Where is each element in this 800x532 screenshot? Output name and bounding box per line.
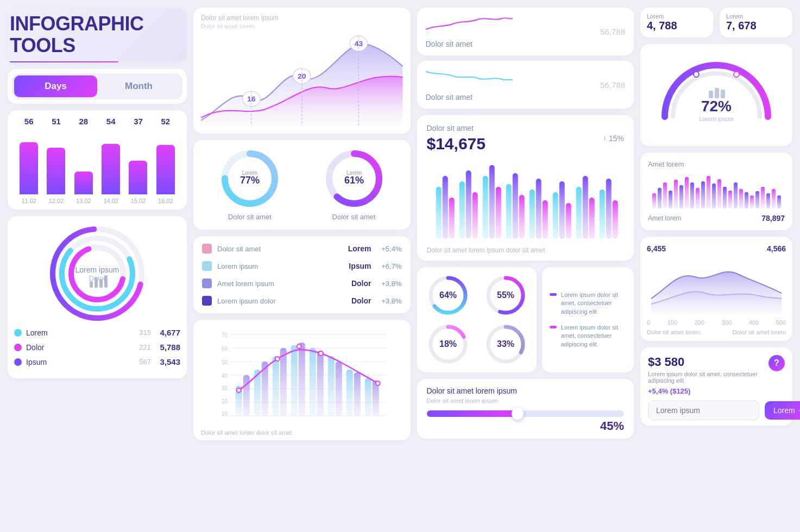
svg-rect-78 (559, 181, 564, 239)
donut-label-sub: Dolor (75, 274, 119, 282)
stats-color-3 (202, 296, 212, 306)
axis-3: 300 (722, 319, 732, 326)
svg-rect-82 (589, 198, 594, 239)
slider-thumb[interactable] (512, 408, 524, 420)
bar-3 (102, 144, 120, 195)
legend-label-1: Dolor (26, 343, 127, 352)
svg-point-61 (376, 381, 380, 385)
legend-val-1: 5,788 (155, 343, 180, 352)
svg-point-57 (237, 388, 241, 392)
svg-rect-73 (519, 195, 524, 239)
bar-num-5: 52 (155, 117, 177, 126)
circle-legend-text-0: Lorem ipsum dolor sit amet, consectetuer… (561, 291, 626, 316)
svg-rect-137 (755, 191, 759, 208)
line-card-val-0: 56,788 (600, 27, 625, 36)
lorem-input[interactable] (648, 401, 759, 420)
bar-dates-row: 11.02 12.02 13.02 14.02 15.02 16.02 (15, 198, 179, 204)
grouped-bars-svg (427, 160, 625, 241)
stats-text-1: Lorem ipsum (217, 262, 339, 270)
price-desc: Lorem ipsum dolor sit amet, consectetuer… (648, 371, 768, 384)
circle-legend-1: Lorem ipsum dolor sit amet, consectetuer… (550, 324, 626, 349)
svg-rect-50 (317, 351, 324, 416)
svg-text:18%: 18% (439, 339, 457, 349)
bar-2 (74, 172, 93, 194)
stats-row-2: Amet lorem ipsum Dolor +3,8% (202, 278, 402, 288)
pie-item-0: Lorem 77% Dolor sit amet (201, 149, 299, 221)
grouped-bars-container: Dolor sit amet lorem ipsum dolor sit ame… (427, 160, 625, 254)
legend-list: Lorem 315 4,677 Dolor 221 5,788 Ipsum 56… (14, 328, 180, 372)
legend-label-2: Ipsum (26, 358, 127, 366)
area-chart-sub: Dolor sit amet lorem (201, 23, 403, 29)
donut-label-main: Lorem ipsum (75, 265, 119, 274)
svg-point-60 (319, 351, 323, 356)
circle-stats-section: 64% 55 (417, 267, 634, 372)
bar-chart-card: 56 51 28 54 37 52 11.02 12.02 13.02 14.0… (8, 110, 187, 210)
slider-track[interactable] (427, 410, 625, 417)
stats-row-0: Dolor sit amet Lorem +5,4% (202, 244, 402, 254)
svg-rect-52 (336, 362, 342, 416)
legend-val-2: 3,543 (155, 357, 180, 366)
month-button[interactable]: Month (97, 75, 180, 97)
svg-rect-119 (658, 188, 662, 208)
price-pct: +5,4% ($125) (648, 387, 768, 395)
stats-row-1: Lorem ipsum Ipsum +6,7% (202, 261, 402, 271)
svg-rect-74 (529, 189, 534, 239)
stats-text-3: Lorem ipsum dolor (217, 297, 339, 305)
gauge-card: 72% Lorem ipsum (640, 44, 792, 146)
top-stat-val-1: 7, 678 (726, 20, 786, 32)
price-card: $3 580 Lorem ipsum dolor sit amet, conse… (640, 347, 792, 426)
svg-rect-125 (690, 182, 694, 208)
pie-charts-row: Lorem 77% Dolor sit amet (201, 149, 403, 221)
slider-card: Dolor sit amet lorem ipsum Dolor sit ame… (417, 379, 634, 439)
top-stat-0: Lorem 4, 788 (640, 8, 713, 37)
svg-point-59 (297, 344, 301, 349)
svg-rect-127 (701, 181, 705, 208)
bar-num-1: 51 (45, 117, 67, 126)
axis-0: 0 (647, 319, 650, 326)
grouped-bars-label: Dolor sit amet lorem ipsum dolor sit ame… (427, 246, 625, 254)
svg-rect-65 (459, 181, 464, 239)
bar-0 (20, 142, 38, 194)
bar-num-3: 54 (100, 117, 122, 126)
legend-dot-2 (14, 358, 22, 366)
svg-text:61%: 61% (344, 175, 364, 186)
svg-rect-128 (707, 176, 710, 208)
svg-rect-76 (542, 200, 547, 239)
top-stat-label-1: Lorem (726, 13, 786, 20)
svg-rect-83 (599, 189, 604, 239)
svg-rect-64 (449, 198, 454, 239)
svg-rect-6 (90, 281, 93, 288)
circle-legend-bar-0 (550, 293, 556, 296)
svg-rect-67 (472, 192, 477, 239)
svg-rect-121 (669, 191, 672, 208)
stats-color-0 (202, 244, 212, 254)
svg-rect-113 (709, 91, 713, 98)
circle-legend-text-1: Lorem ipsum dolor sit amet, consectetuer… (561, 324, 626, 349)
legend-val-0: 4,677 (155, 328, 180, 337)
bar-5 (156, 145, 175, 194)
svg-text:64%: 64% (439, 290, 457, 300)
circle-stat-1: 55% (480, 274, 531, 317)
stats-color-1 (202, 261, 212, 271)
svg-text:33%: 33% (497, 339, 514, 349)
gauge-svg: 72% Lorem ipsum (654, 52, 779, 138)
stats-name-0: Lorem (344, 244, 371, 253)
lorem-button[interactable]: Lorem → (765, 401, 800, 420)
area-num-0: 6,455 (647, 244, 666, 253)
svg-text:77%: 77% (240, 175, 260, 186)
svg-text:Lorem ipsum: Lorem ipsum (699, 116, 734, 122)
axis-5: 500 (776, 319, 786, 326)
bar-line-footer: Dolor sit amet lorem dolor sit amet (201, 429, 403, 436)
axis-1: 100 (667, 319, 677, 326)
question-button[interactable]: ? (768, 355, 785, 371)
pie-label-1: Dolor sit amet (332, 213, 376, 221)
line-card-val-1: 56,788 (600, 80, 625, 90)
bar-1 (47, 148, 65, 194)
pie-item-1: Lorem 61% Dolor sit amet (305, 149, 403, 221)
pie-charts-card: Lorem 77% Dolor sit amet (193, 140, 411, 230)
stats-list-card: Dolor sit amet Lorem +5,4% Lorem ipsum I… (193, 236, 411, 313)
svg-rect-71 (506, 184, 511, 239)
area-footer-left: Dolor sit amet lorem (647, 329, 700, 335)
days-button[interactable]: Days (14, 75, 97, 97)
circle-stats-card: 64% 55 (417, 267, 537, 372)
